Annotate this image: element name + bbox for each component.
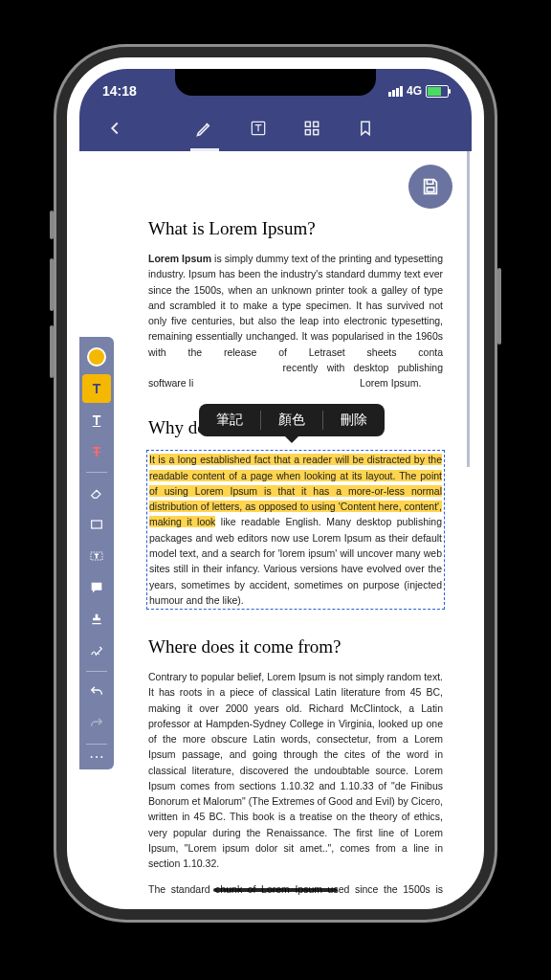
content-area: T T T T	[79, 151, 472, 898]
svg-point-11	[100, 756, 102, 758]
signal-icon	[388, 86, 403, 97]
svg-rect-1	[305, 122, 310, 126]
notch	[175, 69, 376, 96]
doc-paragraph: Lorem Ipsum is simply dummy text of the …	[148, 251, 443, 390]
home-indicator[interactable]	[213, 888, 338, 892]
comment-tool[interactable]	[82, 573, 111, 602]
doc-heading-3: Where does it come from?	[148, 636, 443, 657]
eraser-tool[interactable]	[82, 479, 111, 507]
signature-tool[interactable]	[82, 636, 111, 665]
more-tools-button[interactable]	[82, 750, 111, 764]
svg-rect-3	[305, 130, 310, 135]
sidebar-divider	[86, 472, 107, 473]
highlight-selection[interactable]: It is a long established fact that a rea…	[146, 450, 445, 610]
context-note-button[interactable]: 筆記	[199, 404, 260, 436]
svg-text:T: T	[95, 553, 99, 559]
svg-rect-4	[314, 130, 319, 135]
status-time: 14:18	[102, 83, 137, 99]
sidebar-divider	[86, 671, 107, 672]
sidebar-divider	[86, 744, 107, 745]
svg-rect-6	[92, 521, 102, 528]
text-highlight-tool[interactable]: T	[82, 374, 111, 403]
document-viewport[interactable]: What is Lorem Ipsum? Lorem Ipsum is simp…	[120, 151, 472, 898]
rectangle-tool[interactable]	[82, 510, 111, 539]
svg-point-10	[96, 756, 98, 758]
battery-icon	[426, 85, 449, 98]
context-color-button[interactable]: 顏色	[261, 404, 322, 436]
doc-bold: Lorem Ipsum	[148, 253, 211, 264]
grid-tab[interactable]	[288, 105, 336, 151]
svg-rect-5	[427, 188, 433, 192]
redo-button[interactable]	[82, 709, 111, 738]
svg-rect-2	[314, 122, 319, 126]
stamp-tool[interactable]	[82, 605, 111, 634]
text-style-tab[interactable]	[234, 105, 282, 151]
annotation-sidebar: T T T T	[79, 337, 114, 769]
context-menu: 筆記 顏色 刪除	[199, 404, 385, 436]
doc-heading-1: What is Lorem Ipsum?	[148, 218, 443, 239]
back-button[interactable]	[91, 105, 139, 151]
edit-tab[interactable]	[181, 105, 229, 151]
bookmark-tab[interactable]	[342, 105, 389, 151]
top-toolbar	[79, 105, 472, 151]
text-strikethrough-tool[interactable]: T	[82, 437, 111, 466]
doc-paragraph: Contrary to popular belief, Lorem Ipsum …	[148, 669, 443, 871]
textbox-tool[interactable]: T	[82, 542, 111, 570]
highlight-color-tool[interactable]	[82, 343, 111, 371]
undo-button[interactable]	[82, 678, 111, 706]
context-delete-button[interactable]: 刪除	[323, 404, 385, 436]
status-right: 4G	[388, 84, 449, 98]
network-label: 4G	[407, 84, 422, 98]
text-underline-tool[interactable]: T	[82, 406, 111, 434]
save-button[interactable]	[408, 165, 452, 209]
svg-point-9	[91, 756, 93, 758]
